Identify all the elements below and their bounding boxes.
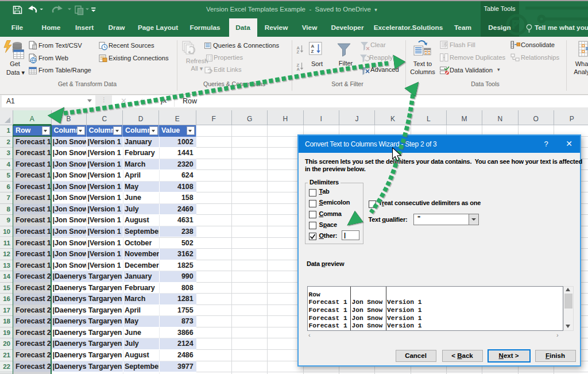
svg-text:A: A [297, 67, 300, 72]
svg-text:Z: Z [311, 49, 314, 54]
svg-text:Z: Z [297, 49, 300, 55]
svg-text:A: A [311, 44, 315, 49]
